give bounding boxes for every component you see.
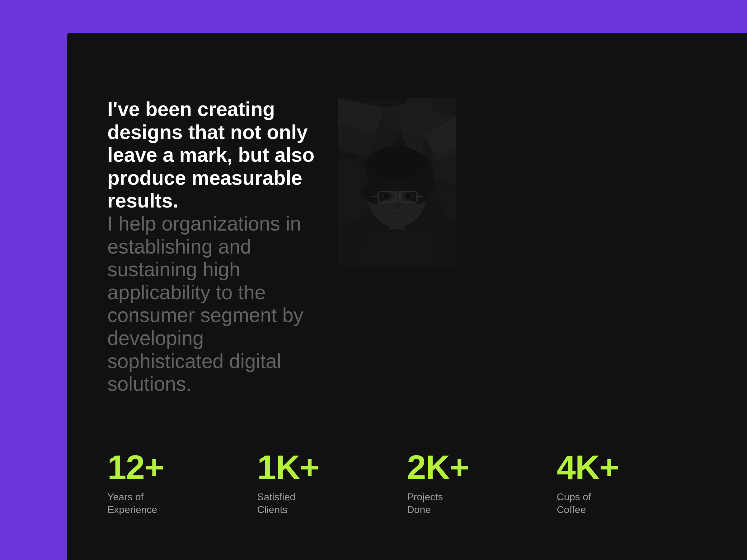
stat-projects-label: Projects Done <box>407 490 443 516</box>
stat-clients-label: Satisfied Clients <box>257 490 295 516</box>
stat-years: 12+ Years of Experience <box>107 450 257 516</box>
stat-projects: 2K+ Projects Done <box>407 450 557 516</box>
stat-projects-number: 2K+ <box>407 450 469 484</box>
top-section: I've been creating designs that not only… <box>107 98 706 396</box>
stat-coffee-number: 4K+ <box>557 450 619 484</box>
stats-section: 12+ Years of Experience 1K+ Satisfied Cl… <box>107 425 706 529</box>
stat-coffee-label: Cups of Coffee <box>557 490 591 516</box>
content-area: I've been creating designs that not only… <box>67 33 747 560</box>
sub-heading: I help organizations in establishing and… <box>107 212 319 396</box>
text-block: I've been creating designs that not only… <box>107 98 319 396</box>
stat-clients-number: 1K+ <box>257 450 319 484</box>
stat-years-number: 12+ <box>107 450 164 484</box>
portrait-image <box>338 98 456 266</box>
browser-window: I've been creating designs that not only… <box>67 33 747 560</box>
stat-coffee: 4K+ Cups of Coffee <box>557 450 706 516</box>
svg-rect-36 <box>338 98 456 266</box>
main-heading: I've been creating designs that not only… <box>107 98 319 212</box>
stat-years-label: Years of Experience <box>107 490 157 516</box>
portrait-svg <box>338 98 456 266</box>
stat-clients: 1K+ Satisfied Clients <box>257 450 407 516</box>
